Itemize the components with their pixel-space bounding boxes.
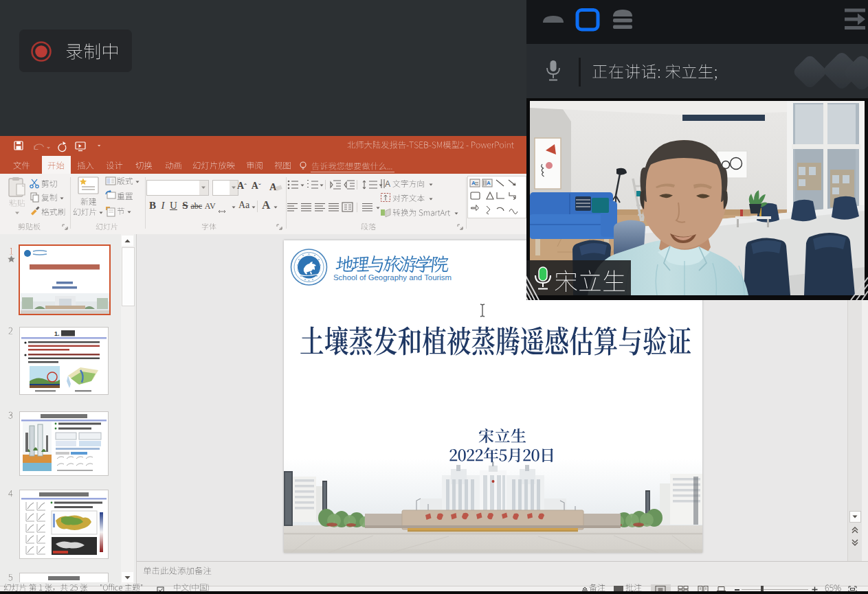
svg-text:1.: 1. — [54, 330, 60, 337]
svg-text:A: A — [471, 180, 476, 186]
svg-text:A: A — [269, 181, 277, 192]
svg-text:A: A — [487, 180, 491, 186]
svg-text:A: A — [385, 179, 390, 189]
